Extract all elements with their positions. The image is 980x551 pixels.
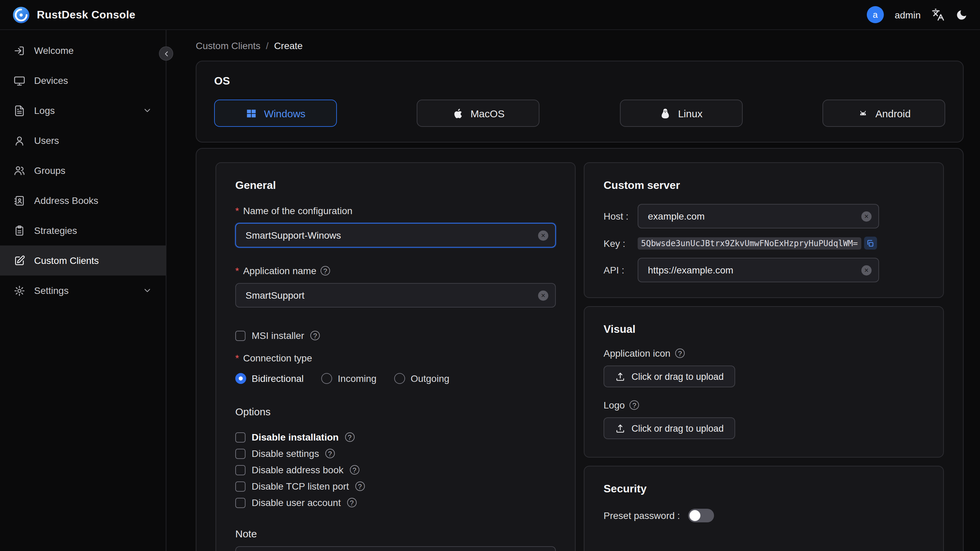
clear-icon[interactable]: × [861, 211, 872, 221]
checkbox[interactable] [235, 448, 245, 459]
dark-mode-icon[interactable] [955, 8, 968, 21]
copy-icon[interactable] [864, 237, 877, 250]
right-column: Custom server Host : × Key : 5Qbwsde3unU… [584, 162, 944, 551]
help-icon[interactable]: ? [325, 449, 335, 458]
application-name-label: Application name ? [235, 265, 556, 276]
api-input[interactable] [646, 264, 856, 276]
application-icon-upload-button[interactable]: Click or drag to upload [603, 366, 735, 387]
clear-icon[interactable]: × [538, 230, 548, 240]
os-card: OS Windows M [196, 61, 964, 143]
os-windows-label: Windows [264, 107, 305, 119]
disable-tcp-listen-port-row[interactable]: Disable TCP listen port ? [235, 479, 556, 494]
language-icon[interactable] [932, 8, 945, 21]
application-name-field: × [235, 283, 556, 307]
username[interactable]: admin [895, 9, 921, 20]
help-icon[interactable]: ? [347, 498, 357, 507]
sidebar-item-custom-clients[interactable]: Custom Clients [0, 245, 166, 276]
sidebar-item-strategies[interactable]: Strategies [0, 215, 166, 245]
checkbox[interactable] [235, 465, 245, 475]
key-row: Key : 5Qbwsde3unUcJBtrx9ZkvUmwFNoExHzpry… [603, 237, 924, 250]
strategies-icon [14, 225, 25, 236]
help-icon[interactable]: ? [675, 349, 685, 358]
sidebar-label: Users [34, 135, 59, 146]
os-linux-label: Linux [678, 107, 702, 119]
preset-password-label: Preset password : [603, 510, 680, 521]
header-actions: a admin [867, 6, 968, 23]
msi-installer-label: MSI installer [251, 330, 304, 341]
help-icon[interactable]: ? [630, 400, 639, 410]
api-row: API : × [603, 258, 924, 282]
msi-installer-checkbox-row[interactable]: MSI installer ? [235, 328, 556, 343]
radio-outgoing[interactable]: Outgoing [394, 373, 449, 384]
sidebar-item-logs[interactable]: Logs [0, 96, 166, 126]
sidebar-item-groups[interactable]: Groups [0, 156, 166, 185]
os-card-title: OS [214, 75, 945, 87]
help-icon[interactable]: ? [310, 331, 320, 340]
host-row: Host : × [603, 204, 924, 228]
preset-password-toggle[interactable] [688, 509, 714, 522]
custom-clients-icon [14, 255, 25, 266]
sidebar-item-address-books[interactable]: Address Books [0, 185, 166, 215]
radio-incoming[interactable]: Incoming [321, 373, 377, 384]
help-icon[interactable]: ? [321, 266, 330, 276]
clear-icon[interactable]: × [538, 290, 548, 300]
disable-settings-row[interactable]: Disable settings ? [235, 446, 556, 461]
os-android-label: Android [875, 107, 910, 119]
host-input[interactable] [646, 210, 856, 222]
logo-label: Logo ? [603, 400, 924, 411]
left-column: General Name of the configuration × Appl… [215, 162, 576, 551]
sidebar-label: Logs [34, 105, 55, 116]
config-name-field: × [235, 223, 556, 248]
radio-bidirectional[interactable]: Bidirectional [235, 373, 304, 384]
os-android-button[interactable]: Android [822, 100, 945, 127]
chevron-down-icon [143, 106, 152, 115]
note-textarea[interactable] [235, 546, 556, 551]
chevron-down-icon [143, 286, 152, 295]
logs-icon [14, 105, 25, 116]
avatar[interactable]: a [867, 6, 884, 23]
sidebar-label: Welcome [34, 45, 74, 56]
host-field: × [638, 204, 879, 228]
sidebar-item-devices[interactable]: Devices [0, 65, 166, 96]
breadcrumb-custom-clients[interactable]: Custom Clients [196, 40, 261, 51]
note-label: Note [235, 528, 556, 540]
sidebar: Welcome Devices Logs Users [0, 30, 166, 551]
disable-user-account-row[interactable]: Disable user account ? [235, 495, 556, 510]
logo-upload-button[interactable]: Click or drag to upload [603, 417, 735, 439]
main-content: Custom Clients / Create OS Windows [167, 30, 980, 551]
disable-address-book-row[interactable]: Disable address book ? [235, 462, 556, 477]
sidebar-label: Devices [34, 75, 68, 86]
sidebar-item-welcome[interactable]: Welcome [0, 35, 166, 65]
sidebar-item-settings[interactable]: Settings [0, 276, 166, 306]
sidebar-item-users[interactable]: Users [0, 126, 166, 156]
msi-installer-checkbox[interactable] [235, 330, 245, 341]
checkbox[interactable] [235, 481, 245, 491]
radio-icon [321, 373, 332, 384]
brand: RustDesk Console [12, 6, 135, 24]
checkbox[interactable] [235, 497, 245, 508]
settings-gear-icon [14, 285, 25, 296]
toggle-knob [689, 510, 700, 521]
general-card: General Name of the configuration × Appl… [215, 162, 576, 551]
disable-installation-row[interactable]: Disable installation ? [235, 430, 556, 444]
help-icon[interactable]: ? [345, 432, 354, 442]
breadcrumb: Custom Clients / Create [196, 40, 964, 51]
help-icon[interactable]: ? [355, 481, 364, 491]
clear-icon[interactable]: × [861, 265, 872, 275]
visual-title: Visual [603, 323, 924, 336]
custom-server-card: Custom server Host : × Key : 5Qbwsde3unU… [584, 162, 944, 298]
help-icon[interactable]: ? [350, 465, 359, 475]
os-windows-button[interactable]: Windows [214, 100, 337, 127]
security-card: Security Preset password : [584, 466, 944, 551]
options-list: Disable installation ? Disable settings … [235, 430, 556, 510]
upload-label: Click or drag to upload [632, 371, 724, 382]
config-name-input[interactable] [244, 229, 533, 241]
checkbox[interactable] [235, 432, 245, 442]
sidebar-collapse-button[interactable] [159, 46, 173, 61]
custom-server-title: Custom server [603, 179, 924, 192]
os-macos-button[interactable]: MacOS [417, 100, 540, 127]
application-name-input[interactable] [244, 289, 533, 301]
options-title: Options [235, 406, 556, 417]
os-linux-button[interactable]: Linux [620, 100, 742, 127]
linux-tux-icon [659, 107, 671, 119]
